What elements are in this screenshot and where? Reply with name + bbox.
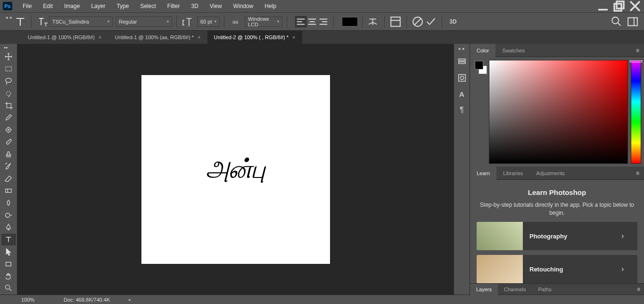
svg-point-18 [612, 17, 619, 24]
dodge-tool[interactable] [1, 209, 16, 221]
menu-layer[interactable]: Layer [85, 0, 111, 13]
tab-swatches[interactable]: Swatches [495, 44, 531, 57]
align-center-button[interactable] [306, 16, 318, 27]
brush-tool[interactable] [1, 136, 16, 148]
eraser-tool[interactable] [1, 173, 16, 185]
font-size-dropdown[interactable]: 60 pt ▾ [197, 17, 220, 27]
search-icon[interactable] [610, 15, 623, 28]
options-bar: ◄◄ TSCu_SaiIndira ▾ Regular ▾ 60 pt ▾ aa… [0, 13, 644, 31]
character-panel-icon[interactable]: A [456, 88, 468, 100]
learn-item-retouching[interactable]: Retouching › [477, 255, 637, 283]
svg-rect-36 [458, 62, 465, 64]
svg-point-38 [460, 76, 463, 79]
color-panel [470, 57, 644, 167]
menu-help[interactable]: Help [259, 0, 282, 13]
marquee-tool[interactable] [1, 63, 16, 75]
hue-slider[interactable] [631, 60, 641, 164]
healing-tool[interactable] [1, 124, 16, 136]
paragraph-panel-icon[interactable]: ¶ [456, 104, 468, 116]
blur-tool[interactable] [1, 197, 16, 209]
commit-icon[interactable] [424, 15, 438, 28]
canvas-text-layer[interactable]: அன்பு [206, 154, 265, 184]
font-size-value: 60 pt [200, 19, 212, 25]
font-style-value: Regular [119, 19, 137, 25]
quick-select-tool[interactable] [1, 87, 16, 99]
menu-edit[interactable]: Edit [37, 0, 58, 13]
menu-type[interactable]: Type [111, 0, 134, 13]
close-tab-icon[interactable]: × [292, 34, 295, 40]
panel-menu-icon[interactable]: ≡ [634, 170, 641, 177]
tab-learn[interactable]: Learn [470, 167, 496, 180]
tools-expand-icon[interactable]: ▸▸ [4, 45, 11, 51]
chevron-down-icon: ▾ [167, 19, 169, 24]
foreground-background-swatches[interactable] [473, 60, 486, 164]
align-left-button[interactable] [295, 16, 306, 27]
tab-adjustments[interactable]: Adjustments [529, 167, 571, 180]
menu-image[interactable]: Image [58, 0, 85, 13]
lasso-tool[interactable] [1, 76, 16, 87]
zoom-tool[interactable] [1, 282, 16, 294]
minimize-icon[interactable] [596, 1, 610, 11]
menu-select[interactable]: Select [134, 0, 161, 13]
svg-rect-20 [628, 17, 637, 25]
hand-tool[interactable] [1, 270, 16, 282]
orientation-toggle-icon[interactable] [36, 15, 49, 28]
3d-button[interactable]: 3D [446, 15, 460, 28]
menu-file[interactable]: File [17, 0, 37, 13]
move-tool[interactable] [1, 51, 16, 63]
svg-rect-14 [391, 17, 400, 26]
canvas-area[interactable]: அன்பு [17, 44, 454, 295]
dock-expand-icon[interactable]: ◄◄ [457, 47, 464, 51]
stamp-tool[interactable] [1, 148, 16, 160]
menu-bar: Ps File Edit Image Layer Type Select Fil… [0, 0, 644, 13]
font-family-dropdown[interactable]: TSCu_SaiIndira ▾ [49, 17, 113, 27]
history-panel-icon[interactable] [456, 56, 468, 68]
tab-paths[interactable]: Paths [532, 284, 558, 295]
collapse-toggle-icon[interactable]: ◄◄ [5, 16, 11, 27]
document-tab[interactable]: Untitled-2 @ 100% ( , RGB/8#) *× [207, 31, 302, 44]
close-tab-icon[interactable]: × [99, 34, 101, 40]
foreground-color[interactable] [475, 61, 483, 69]
crop-tool[interactable] [1, 100, 16, 111]
close-tab-icon[interactable]: × [198, 34, 200, 40]
font-style-dropdown[interactable]: Regular ▾ [116, 17, 172, 27]
tab-color[interactable]: Color [470, 44, 495, 57]
type-tool[interactable] [1, 234, 16, 245]
menu-filter[interactable]: Filter [162, 0, 186, 13]
path-select-tool[interactable] [1, 246, 16, 258]
align-right-button[interactable] [318, 16, 329, 27]
color-saturation-field[interactable] [489, 60, 628, 164]
canvas[interactable]: அன்பு [141, 75, 330, 264]
properties-panel-icon[interactable] [456, 72, 468, 84]
learn-item-photography[interactable]: Photography › [477, 222, 637, 250]
chevron-right-icon[interactable]: ▸ [129, 297, 131, 302]
antialias-value: Windows LCD [248, 16, 277, 27]
menu-window[interactable]: Window [228, 0, 259, 13]
tab-layers[interactable]: Layers [470, 284, 498, 295]
svg-point-23 [6, 78, 12, 83]
workspace-icon[interactable] [626, 15, 639, 28]
document-tab[interactable]: Untitled-1 @ 100% (RGB/8#)× [21, 31, 108, 44]
history-brush-tool[interactable] [1, 160, 16, 172]
pen-tool[interactable] [1, 221, 16, 233]
cancel-icon[interactable] [411, 15, 424, 28]
document-info[interactable]: Doc: 468.8K/740.4K [64, 297, 110, 303]
document-tab[interactable]: Untitled-1 @ 100% (aa, RGB/8#) *× [108, 31, 207, 44]
learn-title: Learn Photoshop [477, 188, 637, 196]
close-icon[interactable] [628, 1, 642, 11]
character-panel-icon[interactable] [389, 15, 402, 28]
antialias-dropdown[interactable]: Windows LCD ▾ [245, 17, 282, 27]
tab-libraries[interactable]: Libraries [496, 167, 529, 180]
menu-view[interactable]: View [204, 0, 228, 13]
text-color-swatch[interactable] [342, 17, 358, 26]
warp-text-icon[interactable] [367, 15, 380, 28]
tab-channels[interactable]: Channels [498, 284, 532, 295]
shape-tool[interactable] [1, 258, 16, 270]
panel-menu-icon[interactable]: ≡ [634, 47, 641, 54]
gradient-tool[interactable] [1, 185, 16, 197]
zoom-level[interactable]: 100% [21, 297, 50, 303]
eyedropper-tool[interactable] [1, 112, 16, 124]
panel-menu-icon[interactable]: ≡ [635, 286, 644, 293]
restore-icon[interactable] [612, 1, 626, 11]
menu-3d[interactable]: 3D [185, 0, 204, 13]
